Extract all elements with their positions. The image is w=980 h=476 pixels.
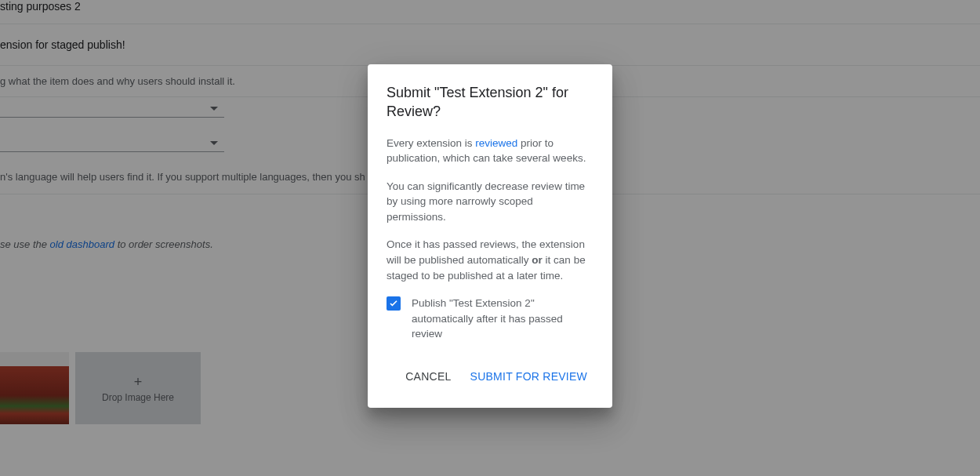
modal-overlay: Submit "Test Extension 2" for Review? Ev… xyxy=(0,0,980,476)
submit-for-review-button[interactable]: SUBMIT FOR REVIEW xyxy=(464,364,593,389)
checkmark-icon xyxy=(390,300,397,307)
dialog-paragraph-publish: Once it has passed reviews, the extensio… xyxy=(387,237,593,283)
cancel-button[interactable]: CANCEL xyxy=(399,364,457,389)
dialog-paragraph-permissions: You can significantly decrease review ti… xyxy=(387,179,593,225)
dialog-paragraph-review: Every extension is reviewed prior to pub… xyxy=(387,136,593,166)
dialog-title: Submit "Test Extension 2" for Review? xyxy=(387,83,593,122)
reviewed-link[interactable]: reviewed xyxy=(475,137,517,149)
submit-review-dialog: Submit "Test Extension 2" for Review? Ev… xyxy=(368,64,612,408)
text-bold: or xyxy=(532,254,543,266)
dialog-body: Every extension is reviewed prior to pub… xyxy=(387,136,593,342)
auto-publish-checkbox[interactable] xyxy=(387,296,401,311)
text: Every extension is xyxy=(387,137,475,149)
auto-publish-option[interactable]: Publish "Test Extension 2" automatically… xyxy=(387,296,593,342)
auto-publish-label: Publish "Test Extension 2" automatically… xyxy=(412,296,593,342)
dialog-actions: CANCEL SUBMIT FOR REVIEW xyxy=(387,364,593,389)
